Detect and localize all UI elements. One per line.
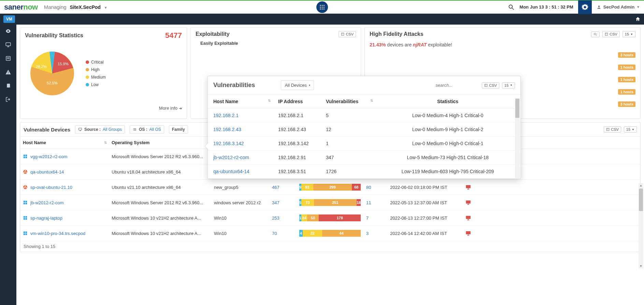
severity-bar[interactable]: 57325118 bbox=[299, 199, 361, 206]
popover-count-dropdown[interactable]: 15 ▼ bbox=[502, 82, 515, 88]
host-link[interactable]: vgg-w2012-r2-com bbox=[30, 154, 67, 159]
os-cell: Microsoft Windows Server 2012 R2 v6.3.96… bbox=[109, 149, 211, 164]
monitor-icon bbox=[78, 127, 82, 131]
vd-csv-button[interactable]: CSV bbox=[604, 126, 621, 133]
svg-rect-52 bbox=[26, 200, 27, 202]
col-os[interactable]: Operating System bbox=[109, 137, 211, 149]
list-icon[interactable] bbox=[5, 55, 11, 61]
more-info-link[interactable]: More info➜ bbox=[20, 103, 187, 114]
date-cell: 2022-06-13 12:27:00 PM IST bbox=[387, 210, 462, 226]
sort-icon: ⇅ bbox=[370, 99, 373, 102]
hosts-badge[interactable]: 3 hosts bbox=[618, 52, 635, 58]
severity-bar[interactable]: 12450178 bbox=[299, 214, 361, 221]
settings-button[interactable] bbox=[578, 0, 592, 14]
source-filter[interactable]: Source : All Groups bbox=[75, 125, 125, 134]
scrollbar[interactable]: ▲ ▼ bbox=[639, 183, 643, 268]
stats-cell: Low-0 Medium-9 High-1 Critical-2 bbox=[375, 123, 520, 137]
bars-icon bbox=[133, 127, 137, 131]
devices-dropdown[interactable]: All Devices ▾ bbox=[281, 80, 314, 90]
hfa-count-dropdown[interactable]: 15 ▼ bbox=[622, 31, 635, 37]
home-icon[interactable] bbox=[635, 16, 641, 22]
windows-icon bbox=[23, 231, 28, 236]
monitor-icon[interactable] bbox=[5, 42, 11, 48]
pop-col-stats[interactable]: Statistics bbox=[375, 95, 520, 109]
hosts-badge[interactable]: 1 hosts bbox=[618, 89, 635, 95]
host-link[interactable]: qa-ubuntux64-14 bbox=[213, 169, 249, 174]
svg-rect-16 bbox=[8, 72, 9, 73]
popover-csv-button[interactable]: CSV bbox=[482, 82, 499, 88]
logo[interactable]: sanernow bbox=[4, 3, 38, 12]
vuln-count-link[interactable]: 70 bbox=[272, 231, 277, 236]
logout-icon[interactable] bbox=[5, 96, 11, 102]
hosts-badge[interactable]: 1 hosts bbox=[618, 65, 635, 70]
hosts-badge[interactable]: 1 hosts bbox=[618, 77, 635, 82]
host-link[interactable]: jb-w2012-r2-com bbox=[213, 155, 249, 160]
hfa-csv-button[interactable]: CSV bbox=[602, 31, 620, 37]
csv-button[interactable]: CSV bbox=[339, 31, 356, 37]
stats-cell: Low-0 Medium-4 High-1 Critical-0 bbox=[375, 109, 520, 123]
vm-chip[interactable]: VM bbox=[3, 15, 15, 23]
eye-icon[interactable] bbox=[5, 28, 11, 34]
host-link[interactable]: qa-ubuntux64-14 bbox=[30, 169, 64, 175]
vuln-stats-card: Vulnerability Statistics 5477 15.9% 28.2… bbox=[20, 27, 187, 119]
host-link[interactable]: 192.168.2.43 bbox=[213, 127, 241, 132]
hfa-search-button[interactable] bbox=[591, 31, 600, 37]
popover-search-input[interactable] bbox=[435, 83, 476, 88]
host-link[interactable]: sp-nagraj-laptop bbox=[30, 216, 62, 221]
scroll-thumb[interactable] bbox=[639, 189, 643, 211]
admin-dropdown[interactable]: SecPod Admin ▼ bbox=[597, 4, 640, 10]
assets-link[interactable]: 80 bbox=[366, 185, 371, 190]
pop-col-host[interactable]: Host Name⇅ bbox=[208, 95, 273, 109]
table-row: 192.168.3.142192.168.3.1421Low-0 Medium-… bbox=[208, 137, 520, 151]
severity-bar[interactable]: 99129968 bbox=[299, 184, 361, 191]
svg-rect-27 bbox=[79, 128, 82, 130]
host-link[interactable]: vm-win10-pro-34.trs.secpod bbox=[30, 231, 85, 236]
ip-cell: 192.168.3.51 bbox=[273, 165, 320, 179]
sev-seg-high: 251 bbox=[314, 199, 357, 206]
table-row: vm-win10-pro-34.trs.secpodMicrosoft Wind… bbox=[20, 226, 640, 241]
alert-icon[interactable] bbox=[5, 69, 11, 75]
main-content: Vulnerability Statistics 5477 15.9% 28.2… bbox=[16, 25, 644, 305]
os-cell: Ubuntu v21.10 architecture x86_64 bbox=[109, 180, 211, 195]
host-link[interactable]: sp-oval-ubuntu-21.10 bbox=[30, 185, 72, 190]
family-filter[interactable]: Family bbox=[169, 125, 188, 134]
legend-critical[interactable]: Critical bbox=[91, 60, 104, 65]
host-link[interactable]: jb-w2012-r2-com bbox=[30, 200, 64, 205]
pop-col-ip[interactable]: IP Address bbox=[273, 95, 320, 109]
legend-medium[interactable]: Medium bbox=[91, 75, 106, 80]
vuln-count-link[interactable]: 253 bbox=[272, 216, 280, 221]
host-link[interactable]: 192.168.2.1 bbox=[213, 113, 239, 118]
vuln-count-link[interactable]: 347 bbox=[272, 200, 280, 205]
dot-medium-icon bbox=[86, 75, 89, 79]
book-icon[interactable] bbox=[5, 83, 11, 89]
assets-link[interactable]: 11 bbox=[366, 200, 371, 205]
svg-point-41 bbox=[25, 170, 26, 170]
sev-seg-high: 44 bbox=[322, 230, 361, 237]
scroll-up-icon[interactable]: ▲ bbox=[639, 184, 643, 187]
assets-link[interactable]: 3 bbox=[366, 231, 369, 236]
search-icon[interactable] bbox=[508, 4, 515, 11]
hosts-badge[interactable]: 3 hosts bbox=[618, 101, 635, 107]
dot-critical-icon bbox=[86, 60, 89, 64]
table-row: 192.168.2.43192.168.2.4312Low-0 Medium-9… bbox=[208, 123, 520, 137]
sev-seg-low: 4 bbox=[299, 230, 303, 237]
assets-link[interactable]: 7 bbox=[366, 216, 369, 221]
legend-high[interactable]: High bbox=[91, 67, 100, 72]
host-link[interactable]: 192.168.3.142 bbox=[213, 141, 244, 146]
dot-high-icon bbox=[86, 68, 89, 71]
svg-point-9 bbox=[509, 5, 513, 8]
severity-bar[interactable]: 42244 bbox=[299, 230, 361, 237]
scroll-down-icon[interactable]: ▼ bbox=[639, 264, 643, 268]
popover-scrollbar[interactable] bbox=[515, 98, 520, 178]
os-filter[interactable]: OS : All OS bbox=[130, 125, 164, 134]
col-host[interactable]: Host Name⇅ bbox=[20, 137, 109, 149]
vd-count-dropdown[interactable]: 15 ▼ bbox=[624, 126, 637, 133]
site-dropdown[interactable]: SiteX.SecPod ▼ bbox=[70, 4, 108, 10]
pie-chart[interactable]: 15.9% 28.2% 52.5% bbox=[25, 46, 80, 101]
vuln-count-link[interactable]: 467 bbox=[272, 185, 280, 190]
ip-cell: 192.168.2.1 bbox=[273, 109, 320, 123]
scroll-thumb[interactable] bbox=[515, 99, 519, 118]
apps-button[interactable] bbox=[316, 1, 328, 13]
pop-col-vulns[interactable]: Vulnerabilities⇅ bbox=[320, 95, 375, 109]
legend-low[interactable]: Low bbox=[91, 82, 99, 87]
